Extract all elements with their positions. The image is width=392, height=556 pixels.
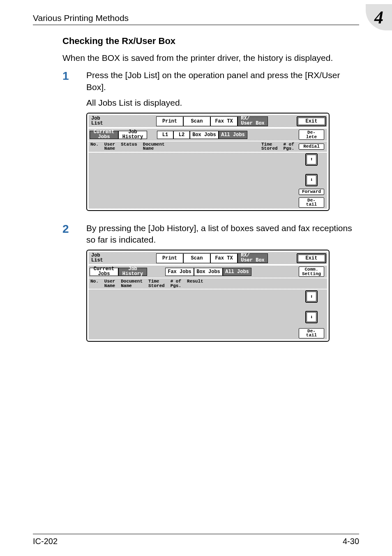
col-document: Document Name [143, 142, 165, 151]
detail-button[interactable]: De- tail [299, 197, 324, 208]
col-user: User Name [104, 142, 115, 151]
tab-fax-tx[interactable]: Fax TX [210, 116, 238, 126]
step2-text: By pressing the [Job History], a list of… [86, 222, 359, 246]
scroll-up-button[interactable]: ⬆ [307, 155, 316, 164]
all-jobs-tab-2[interactable]: All Jobs [223, 268, 251, 276]
tab-rx-user-box[interactable]: RX/ User Box [238, 116, 268, 126]
intro-text: When the BOX is saved from the printer d… [62, 52, 359, 64]
col-no-2: No. [90, 279, 99, 288]
exit-button-2[interactable]: Exit [298, 255, 325, 262]
step1-subtext: All Jobs List is displayed. [86, 97, 359, 109]
step-number-2: 2 [62, 222, 86, 349]
section-title: Checking the Rx/User Box [62, 36, 359, 46]
col-time-2: Time Stored [148, 279, 165, 288]
col-result: Result [187, 279, 203, 288]
job-list-grid-2 [89, 290, 296, 339]
scroll-up-button-2[interactable]: ⬆ [307, 292, 316, 301]
job-history-tab[interactable]: Job History [118, 131, 147, 139]
col-no: No. [90, 142, 99, 151]
job-list-title: Job List [89, 115, 155, 127]
box-jobs-tab[interactable]: Box Jobs [190, 131, 219, 139]
current-jobs-tab-2[interactable]: Current Jobs [90, 268, 118, 276]
chapter-number: 4 [374, 7, 383, 28]
col-document-2: Document Name [121, 279, 143, 288]
col-time: Time Stored [261, 142, 278, 151]
all-jobs-tab[interactable]: All Jobs [219, 131, 247, 139]
chapter-badge: 4 [366, 4, 392, 30]
col-pgs: # of Pgs. [284, 142, 294, 151]
col-user-2: User Name [104, 279, 115, 288]
comm-setting-button[interactable]: Comm. Setting [299, 266, 324, 277]
operation-panel-1: Job List Print Scan Fax TX RX/ User Box … [86, 113, 330, 211]
delete-button[interactable]: De- lete [299, 130, 324, 140]
tab-print[interactable]: Print [156, 116, 183, 126]
forward-button[interactable]: Forward [299, 189, 324, 195]
col-pgs-2: # of Pgs. [171, 279, 181, 288]
header-section-title: Various Printing Methods [33, 13, 129, 23]
footer-model: IC-202 [33, 537, 58, 546]
fax-jobs-tab[interactable]: Fax Jobs [165, 268, 194, 276]
step-number-1: 1 [62, 70, 86, 218]
job-list-grid [89, 153, 296, 208]
redial-button[interactable]: Redial [299, 144, 324, 150]
job-history-tab-2[interactable]: Job History [118, 268, 147, 276]
tab-scan[interactable]: Scan [183, 116, 210, 126]
exit-button[interactable]: Exit [298, 118, 325, 125]
tab-fax-tx-2[interactable]: Fax TX [210, 253, 238, 263]
col-status: Status [121, 142, 137, 151]
l1-tab[interactable]: L1 [157, 131, 173, 139]
l2-tab[interactable]: L2 [173, 131, 190, 139]
footer-page-number: 4-30 [343, 537, 359, 546]
step1-text: Press the [Job List] on the operation pa… [86, 70, 359, 93]
tab-scan-2[interactable]: Scan [183, 253, 210, 263]
operation-panel-2: Job List Print Scan Fax TX RX/ User Box … [86, 250, 330, 341]
box-jobs-tab-2[interactable]: Box Jobs [194, 268, 223, 276]
tab-rx-user-box-2[interactable]: RX/ User Box [238, 253, 268, 263]
scroll-down-button-2[interactable]: ⬇ [307, 312, 316, 322]
detail-button-2[interactable]: De- tail [299, 328, 324, 338]
job-list-title-2: Job List [89, 252, 155, 264]
tab-print-2[interactable]: Print [156, 253, 183, 263]
scroll-down-button[interactable]: ⬇ [307, 175, 316, 185]
current-jobs-tab[interactable]: Current Jobs [90, 131, 118, 139]
